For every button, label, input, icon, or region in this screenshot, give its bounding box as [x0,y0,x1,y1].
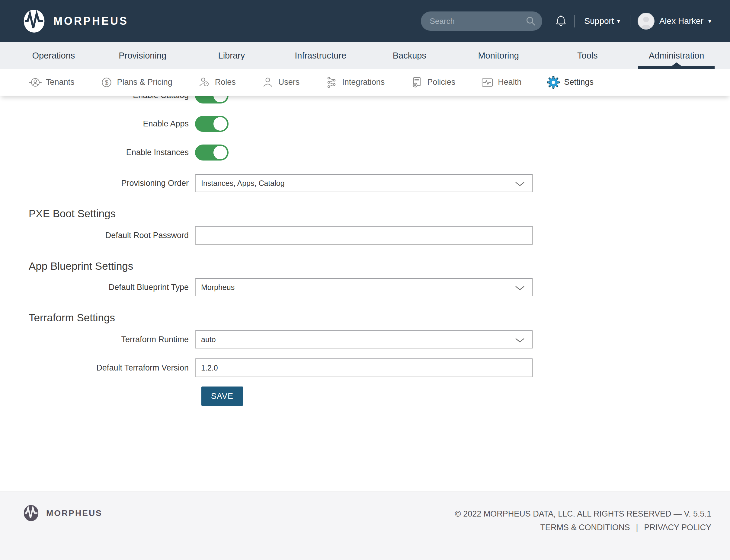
support-label: Support [585,16,614,26]
caret-down-icon [617,18,620,24]
main-nav: Operations Provisioning Library Infrastr… [0,42,730,69]
topbar-divider [630,15,630,27]
enable-instances-toggle[interactable] [195,145,228,161]
search-input[interactable] [421,11,542,31]
top-header-bar: MORPHEUS Support [0,0,730,42]
morpheus-footer-logo-icon [23,505,40,521]
integrations-icon [325,76,338,89]
terraform-runtime-row: Terraform Runtime auto [0,330,539,348]
save-button[interactable]: SAVE [201,387,243,406]
health-icon [481,76,494,89]
select-value: auto [201,335,216,344]
chevron-down-icon [515,338,524,342]
main-tab-monitoring[interactable]: Monitoring [454,42,543,69]
default-terraform-version-label: Default Terraform Version [0,363,195,373]
roles-icon [198,76,211,89]
main-tab-infrastructure[interactable]: Infrastructure [276,42,365,69]
toggle-knob [213,117,227,131]
user-menu[interactable]: Alex Harker [638,13,711,30]
subnav-label: Roles [215,78,236,87]
select-value: Instances, Apps, Catalog [201,179,285,188]
main-tab-provisioning[interactable]: Provisioning [98,42,187,69]
subnav-item-tenants[interactable]: Tenants [29,76,75,89]
subnav-item-integrations[interactable]: Integrations [325,76,385,89]
pxe-boot-settings-heading: PXE Boot Settings [29,208,116,220]
copyright-text: © 2022 MORPHEUS DATA, LLC. ALL RIGHTS RE… [455,509,711,519]
footer-brand: MORPHEUS [23,505,102,521]
settings-gear-icon [547,76,560,89]
avatar-person-icon [638,13,654,29]
subnav-label: Tenants [46,78,75,87]
provisioning-settings-content: Enable Catalog Enable Apps Enable Instan… [0,96,730,492]
users-icon [261,76,274,89]
subnav-item-health[interactable]: Health [481,76,521,89]
provisioning-order-row: Provisioning Order Instances, Apps, Cata… [0,174,539,192]
default-root-password-input[interactable] [195,226,533,245]
subnav-label: Integrations [342,78,385,87]
enable-instances-row: Enable Instances [0,143,539,161]
footer-link-separator: | [636,522,638,533]
default-blueprint-type-select[interactable]: Morpheus [195,278,533,296]
default-root-password-label: Default Root Password [0,231,195,240]
plans-pricing-icon: $ [100,76,113,89]
search-icon[interactable] [525,16,536,27]
caret-down-icon [708,18,711,24]
chevron-down-icon [515,182,524,186]
terraform-runtime-label: Terraform Runtime [0,335,195,344]
enable-apps-toggle[interactable] [195,116,228,132]
page-footer: MORPHEUS © 2022 MORPHEUS DATA, LLC. ALL … [0,492,730,560]
notifications-bell-icon[interactable] [555,14,567,28]
main-tab-backups[interactable]: Backups [365,42,454,69]
app-blueprint-settings-heading: App Blueprint Settings [29,260,133,272]
subnav-label: Plans & Pricing [117,78,172,87]
svg-text:$: $ [104,79,108,86]
select-value: Morpheus [201,283,234,292]
user-name: Alex Harker [659,16,703,26]
enable-instances-label: Enable Instances [0,148,195,157]
provisioning-order-select[interactable]: Instances, Apps, Catalog [195,174,533,192]
enable-apps-label: Enable Apps [0,119,195,129]
footer-links: TERMS & CONDITIONS | PRIVACY POLICY [455,522,711,533]
admin-sub-nav: Tenants $ Plans & Pricing Roles [0,69,730,96]
subnav-label: Users [278,78,300,87]
main-tab-tools[interactable]: Tools [543,42,632,69]
footer-brand-wordmark: MORPHEUS [46,508,102,518]
support-menu[interactable]: Support [582,16,623,26]
default-blueprint-type-label: Default Blueprint Type [0,283,195,292]
footer-legal: © 2022 MORPHEUS DATA, LLC. ALL RIGHTS RE… [455,509,711,533]
subnav-label: Health [498,78,521,87]
default-root-password-row: Default Root Password [0,226,539,244]
chevron-down-icon [515,286,524,290]
terms-conditions-link[interactable]: TERMS & CONDITIONS [540,522,630,533]
subnav-label: Policies [427,78,455,87]
subnav-item-plans-pricing[interactable]: $ Plans & Pricing [100,76,172,89]
topbar-right-cluster: Support Alex Harker [421,11,711,31]
terraform-settings-heading: Terraform Settings [29,312,115,324]
provisioning-order-label: Provisioning Order [0,179,195,188]
default-blueprint-type-row: Default Blueprint Type Morpheus [0,278,539,296]
topbar-divider [574,15,575,27]
main-tab-administration[interactable]: Administration [632,42,721,69]
privacy-policy-link[interactable]: PRIVACY POLICY [644,522,711,533]
subnav-item-roles[interactable]: Roles [198,76,236,89]
subnav-item-users[interactable]: Users [261,76,300,89]
brand-home-link[interactable]: MORPHEUS [23,9,128,33]
subnav-item-policies[interactable]: Policies [410,76,455,89]
morpheus-logo-icon [23,9,46,33]
brand-wordmark: MORPHEUS [53,15,128,27]
tenants-icon [29,76,42,89]
default-terraform-version-input[interactable] [195,358,533,377]
terraform-runtime-select[interactable]: auto [195,330,533,348]
toggle-knob [213,146,227,159]
default-terraform-version-row: Default Terraform Version [0,359,539,377]
subnav-item-settings[interactable]: Settings [547,76,594,89]
enable-apps-row: Enable Apps [0,115,539,133]
main-tab-operations[interactable]: Operations [9,42,98,69]
subnav-label: Settings [564,78,594,87]
global-search-box[interactable] [421,11,542,31]
main-tab-library[interactable]: Library [187,42,276,69]
policies-icon [410,76,423,89]
avatar [638,13,655,30]
morpheus-admin-settings-page: MORPHEUS Support [0,0,730,560]
